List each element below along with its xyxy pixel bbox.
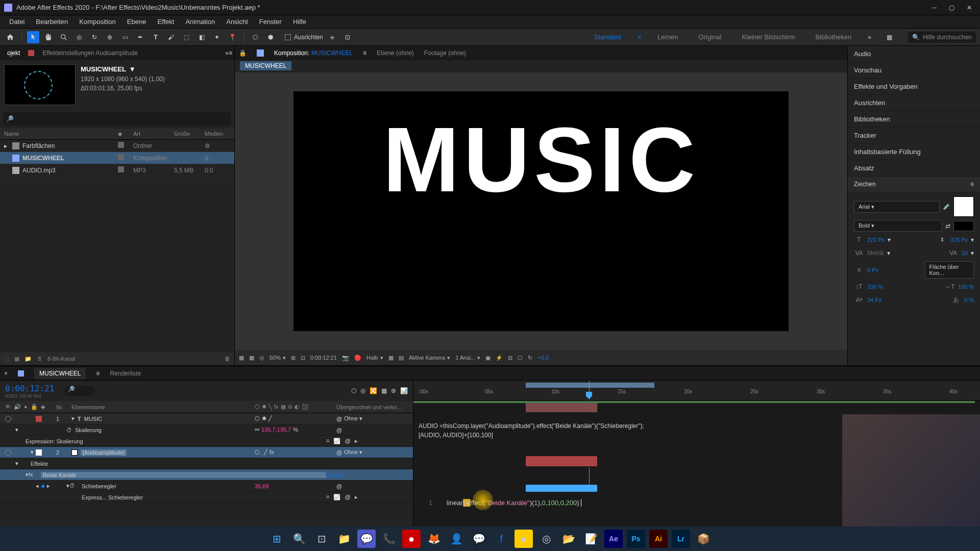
pixel-aspect-icon[interactable]: ▣ bbox=[485, 355, 491, 361]
stopwatch-icon[interactable]: ⏱ bbox=[66, 427, 72, 433]
label-swatch[interactable] bbox=[118, 166, 124, 172]
explorer-icon[interactable]: 📁 bbox=[335, 530, 353, 548]
expr-enable-icon[interactable]: = bbox=[326, 494, 329, 500]
kerning-dropdown-icon[interactable]: ▾ bbox=[887, 249, 890, 257]
prop-scale[interactable]: ▾ ⏱ Skalierung ⚯ 135,7,135,7% @ bbox=[0, 424, 413, 436]
project-item-comp[interactable]: MUSICWHEEL Komposition 0: bbox=[0, 152, 234, 164]
shape-tool[interactable]: ▭ bbox=[119, 31, 131, 43]
fill-color-swatch[interactable] bbox=[953, 196, 974, 217]
col-type[interactable]: Art bbox=[133, 131, 174, 137]
canvas[interactable]: MUSIC bbox=[293, 91, 789, 331]
depth-label[interactable]: 8-Bit-Kanal bbox=[47, 356, 75, 362]
comp-flowchart[interactable]: MUSICWHEEL bbox=[235, 60, 847, 72]
swap-icon[interactable]: ⇄ bbox=[945, 222, 950, 230]
guides-icon[interactable]: ▤ bbox=[399, 355, 404, 361]
settings-icon[interactable]: ⚙ bbox=[205, 142, 210, 149]
parent-dropdown[interactable]: Ohne ▾ bbox=[344, 449, 362, 456]
workspace-bibliotheken[interactable]: Bibliotheken bbox=[811, 31, 855, 43]
clone-tool[interactable]: ⬚ bbox=[180, 31, 192, 43]
minimize-button[interactable]: ─ bbox=[932, 4, 937, 11]
label-color[interactable] bbox=[36, 449, 42, 456]
panel-effekte[interactable]: Effekte und Vorgaben bbox=[848, 79, 980, 95]
workspace-standard[interactable]: Standard bbox=[590, 31, 625, 43]
project-item-audio[interactable]: AUDIO.mp3 MP3 5,5 MB 0:0 bbox=[0, 164, 234, 177]
fx-switch-icon[interactable]: fx bbox=[274, 404, 279, 410]
task-view[interactable]: ⊡ bbox=[312, 530, 331, 548]
mask-icon[interactable]: ◎ bbox=[259, 355, 264, 361]
folder-icon[interactable]: 📂 bbox=[559, 530, 578, 548]
link-icon[interactable]: ⚯ bbox=[255, 427, 259, 433]
baseline-value[interactable]: 34 Px bbox=[867, 297, 881, 303]
panel-zeichen-header[interactable]: Zeichen≡ bbox=[848, 177, 980, 192]
workspace-lernen[interactable]: Lernen bbox=[653, 31, 682, 43]
puppet-tool[interactable]: 📍 bbox=[226, 31, 238, 43]
stroke-width-value[interactable]: 0 Px bbox=[867, 267, 878, 273]
prop-slider[interactable]: ◂ ◆ ▸ ▾⏱ Schieberegler 35,69 @ bbox=[0, 481, 413, 492]
frame-blend-icon[interactable]: ▦ bbox=[381, 387, 387, 394]
tab-menu[interactable]: ≡ bbox=[363, 49, 366, 57]
parent-dropdown[interactable]: Ohne ▾ bbox=[344, 415, 362, 422]
add-key-icon[interactable]: ◆ bbox=[41, 483, 45, 489]
text-tool[interactable]: T bbox=[150, 31, 162, 43]
stroke-color-swatch[interactable] bbox=[953, 221, 974, 231]
timeline-timecode[interactable]: 0:00:12:21 bbox=[5, 384, 54, 393]
layer-bar-audioamp[interactable] bbox=[526, 456, 597, 466]
viewport[interactable]: MUSIC bbox=[235, 72, 847, 350]
help-search[interactable]: 🔍 Hilfe durchsuchen bbox=[908, 32, 976, 43]
kerning-value[interactable]: Metrik bbox=[867, 249, 884, 257]
facebook-icon[interactable]: f bbox=[492, 530, 510, 548]
comp-dropdown-icon[interactable]: ▼ bbox=[129, 64, 136, 74]
expr-enable-icon[interactable]: = bbox=[326, 438, 329, 444]
start-button[interactable]: ⊞ bbox=[267, 530, 286, 548]
scale-value[interactable]: 135,7,135,7 bbox=[261, 427, 291, 433]
hand-tool[interactable] bbox=[42, 31, 55, 43]
solo-col-icon[interactable]: ● bbox=[24, 404, 28, 410]
expression-row-scale[interactable]: Expression: Skalierung = 📈 @ ▸ bbox=[0, 436, 413, 447]
expr-graph-icon[interactable]: 📈 bbox=[333, 494, 340, 500]
menu-ebene[interactable]: Ebene bbox=[122, 16, 152, 28]
layer-row-audioamp[interactable]: ▾ 2 [Audioamplitude] ⬡╱fx @Ohne ▾ bbox=[0, 447, 413, 458]
comp-thumbnail[interactable] bbox=[4, 64, 76, 105]
app-icon-2[interactable]: 👤 bbox=[447, 530, 465, 548]
project-tab[interactable]: ojekt bbox=[2, 47, 25, 59]
label-col-icon[interactable]: ◆ bbox=[41, 404, 45, 410]
firefox-icon[interactable]: 🦊 bbox=[425, 530, 443, 548]
grid-icon[interactable]: ▦ bbox=[388, 355, 394, 361]
teams-icon[interactable]: 💬 bbox=[357, 530, 376, 548]
close-tab-icon[interactable]: × bbox=[4, 370, 8, 377]
align-checkbox[interactable] bbox=[285, 34, 291, 40]
project-search[interactable]: 🔎 bbox=[3, 112, 231, 126]
maximize-button[interactable]: ▢ bbox=[949, 4, 954, 11]
col-label-icon[interactable]: ◆ bbox=[118, 131, 133, 137]
search-taskbar[interactable]: 🔍 bbox=[290, 530, 308, 548]
snapshot-icon[interactable]: 📷 bbox=[342, 355, 349, 361]
panel-tracker[interactable]: Tracker bbox=[848, 128, 980, 144]
panel-ausrichten[interactable]: Ausrichten bbox=[848, 95, 980, 111]
timeline-icon[interactable]: ⊟ bbox=[508, 355, 512, 361]
motion-blur-icon[interactable]: ⊚ bbox=[391, 387, 396, 394]
snap-options[interactable]: ⊡ bbox=[341, 31, 354, 43]
menu-bearbeiten[interactable]: Bearbeiten bbox=[31, 16, 73, 28]
prev-key-icon[interactable]: ◂ bbox=[36, 483, 39, 489]
hscale-value[interactable]: 100 % bbox=[958, 284, 974, 290]
eraser-tool[interactable]: ◧ bbox=[195, 31, 208, 43]
leading-value[interactable]: 325 Px bbox=[950, 237, 968, 243]
home-button[interactable] bbox=[4, 31, 16, 43]
new-comp-icon[interactable]: ▦ bbox=[14, 356, 19, 362]
fast-preview-icon[interactable]: ⚡ bbox=[496, 355, 503, 361]
label-swatch[interactable] bbox=[118, 142, 124, 148]
prop-effects[interactable]: ▾ Effekte bbox=[0, 458, 413, 469]
workspace-kleiner[interactable]: Kleiner Bildschirm bbox=[738, 31, 799, 43]
resolution-icon[interactable]: ⊞ bbox=[291, 355, 296, 361]
selection-tool[interactable] bbox=[27, 31, 39, 43]
pen-tool[interactable]: ✒ bbox=[134, 31, 146, 43]
font-size-value[interactable]: 221 Px bbox=[867, 237, 885, 243]
notepad-icon[interactable]: 📝 bbox=[582, 530, 600, 548]
frameblend-switch-icon[interactable]: ▦ bbox=[281, 404, 286, 410]
resolution-dropdown[interactable]: Halb ▾ bbox=[366, 355, 383, 361]
whatsapp-icon[interactable]: 📞 bbox=[380, 530, 398, 548]
effect-controls-tab[interactable]: Effekteinstellungen Audioamplitude bbox=[37, 47, 143, 59]
roi-icon[interactable]: ⊡ bbox=[301, 355, 305, 361]
expression-row-slider[interactable]: Express... Schieberegler = 📈 @ ▸ bbox=[0, 492, 413, 503]
tsume-value[interactable]: 0 % bbox=[964, 297, 974, 303]
